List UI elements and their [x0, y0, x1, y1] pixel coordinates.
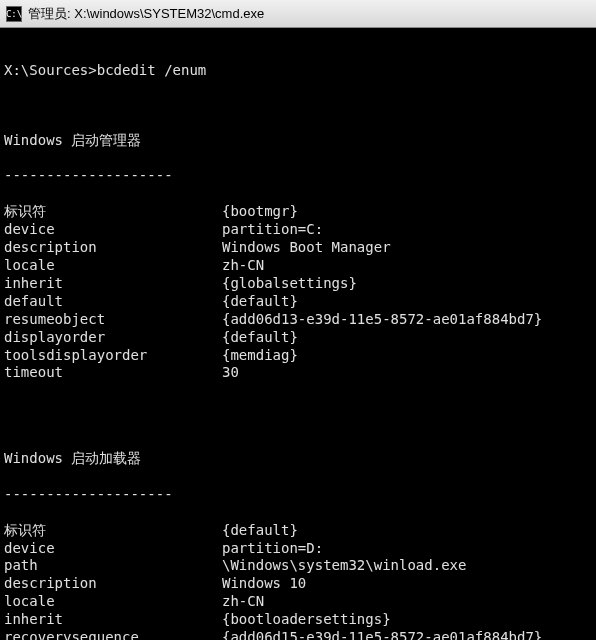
kv-key: default: [4, 293, 222, 311]
kv-row: inherit{globalsettings}: [4, 275, 592, 293]
section-title: Windows 启动管理器: [4, 132, 592, 150]
kv-value: \Windows\system32\winload.exe: [222, 557, 592, 575]
terminal-output[interactable]: X:\Sources>bcdedit /enum Windows 启动管理器 -…: [0, 28, 596, 640]
kv-key: recoverysequence: [4, 629, 222, 640]
kv-row: descriptionWindows Boot Manager: [4, 239, 592, 257]
prompt-path: X:\Sources>: [4, 62, 97, 78]
kv-key: locale: [4, 593, 222, 611]
separator: --------------------: [4, 167, 592, 185]
kv-value: Windows 10: [222, 575, 592, 593]
kv-key: resumeobject: [4, 311, 222, 329]
kv-value: zh-CN: [222, 593, 592, 611]
kv-row: devicepartition=C:: [4, 221, 592, 239]
kv-key: toolsdisplayorder: [4, 347, 222, 365]
kv-key: 标识符: [4, 522, 222, 540]
kv-value: {default}: [222, 329, 592, 347]
cmd-icon: C:\: [6, 6, 22, 22]
kv-row: default{default}: [4, 293, 592, 311]
kv-value: zh-CN: [222, 257, 592, 275]
section-boot-manager: Windows 启动管理器 -------------------- 标识符{b…: [4, 114, 592, 401]
kv-row: recoverysequence{add06d15-e39d-11e5-8572…: [4, 629, 592, 640]
kv-key: path: [4, 557, 222, 575]
kv-value: {memdiag}: [222, 347, 592, 365]
kv-key: device: [4, 540, 222, 558]
kv-key: timeout: [4, 364, 222, 382]
kv-row: path\Windows\system32\winload.exe: [4, 557, 592, 575]
section-title: Windows 启动加载器: [4, 450, 592, 468]
kv-row: 标识符{default}: [4, 522, 592, 540]
kv-key: displayorder: [4, 329, 222, 347]
kv-row: inherit{bootloadersettings}: [4, 611, 592, 629]
kv-row: localezh-CN: [4, 257, 592, 275]
kv-value: partition=D:: [222, 540, 592, 558]
kv-value: {default}: [222, 293, 592, 311]
kv-row: descriptionWindows 10: [4, 575, 592, 593]
kv-row: displayorder{default}: [4, 329, 592, 347]
prompt-command: bcdedit /enum: [97, 62, 207, 78]
kv-value: {default}: [222, 522, 592, 540]
kv-value: {bootloadersettings}: [222, 611, 592, 629]
kv-key: locale: [4, 257, 222, 275]
kv-key: inherit: [4, 275, 222, 293]
kv-row: devicepartition=D:: [4, 540, 592, 558]
kv-key: 标识符: [4, 203, 222, 221]
kv-row: localezh-CN: [4, 593, 592, 611]
kv-row: 标识符{bootmgr}: [4, 203, 592, 221]
kv-key: device: [4, 221, 222, 239]
section-boot-loader: Windows 启动加载器 -------------------- 标识符{d…: [4, 432, 592, 640]
kv-value: {add06d15-e39d-11e5-8572-ae01af884bd7}: [222, 629, 592, 640]
kv-key: description: [4, 575, 222, 593]
kv-value: {bootmgr}: [222, 203, 592, 221]
kv-key: inherit: [4, 611, 222, 629]
window-title-text: 管理员: X:\windows\SYSTEM32\cmd.exe: [28, 5, 264, 23]
kv-value: partition=C:: [222, 221, 592, 239]
kv-key: description: [4, 239, 222, 257]
kv-row: timeout30: [4, 364, 592, 382]
separator: --------------------: [4, 486, 592, 504]
window-title-bar[interactable]: C:\ 管理员: X:\windows\SYSTEM32\cmd.exe: [0, 0, 596, 28]
kv-value: {globalsettings}: [222, 275, 592, 293]
kv-row: resumeobject{add06d13-e39d-11e5-8572-ae0…: [4, 311, 592, 329]
kv-row: toolsdisplayorder{memdiag}: [4, 347, 592, 365]
kv-value: 30: [222, 364, 592, 382]
prompt-line: X:\Sources>bcdedit /enum: [4, 62, 592, 80]
kv-value: {add06d13-e39d-11e5-8572-ae01af884bd7}: [222, 311, 592, 329]
kv-value: Windows Boot Manager: [222, 239, 592, 257]
